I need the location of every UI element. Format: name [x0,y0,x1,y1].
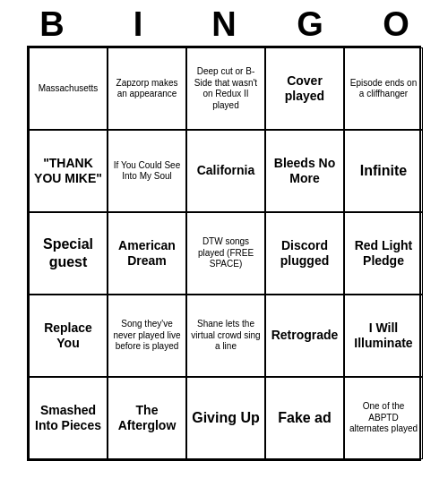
bingo-cell-24: One of the ABPTD alternates played [344,377,423,459]
bingo-letter-G: G [271,5,349,44]
bingo-letter-B: B [13,5,91,44]
bingo-cell-6: If You Could See Into My Soul [108,130,186,212]
bingo-cell-10: Special guest [29,212,108,295]
bingo-letter-N: N [185,5,263,44]
bingo-cell-0: Massachusetts [29,47,108,130]
bingo-cell-21: The Afterglow [108,377,186,459]
bingo-cell-19: I Will Illuminate [344,295,423,377]
bingo-cell-13: Discord plugged [265,212,344,295]
bingo-letter-O: O [357,5,435,44]
bingo-cell-14: Red Light Pledge [344,212,423,295]
bingo-cell-12: DTW songs played (FREE SPACE) [186,212,265,295]
bingo-cell-23: Fake ad [265,377,344,459]
bingo-cell-3: Cover played [265,47,344,130]
bingo-grid: MassachusettsZapzorp makes an appearance… [27,46,421,461]
bingo-cell-5: "THANK YOU MIKE" [29,130,108,212]
bingo-cell-2: Deep cut or B-Side that wasn't on Redux … [186,47,265,130]
bingo-cell-17: Shane lets the virtual crowd sing a line [186,295,265,377]
bingo-cell-11: American Dream [108,212,186,295]
bingo-cell-9: Infinite [344,130,423,212]
bingo-cell-15: Replace You [29,295,108,377]
bingo-cell-16: Song they've never played live before is… [108,295,186,377]
bingo-cell-4: Episode ends on a cliffhanger [344,47,423,130]
bingo-letter-I: I [99,5,177,44]
bingo-cell-7: California [186,130,265,212]
bingo-cell-1: Zapzorp makes an appearance [108,47,186,130]
bingo-cell-20: Smashed Into Pieces [29,377,108,459]
bingo-cell-18: Retrograde [265,295,344,377]
bingo-cell-8: Bleeds No More [265,130,344,212]
bingo-header: BINGO [9,0,439,46]
bingo-cell-22: Giving Up [186,377,265,459]
